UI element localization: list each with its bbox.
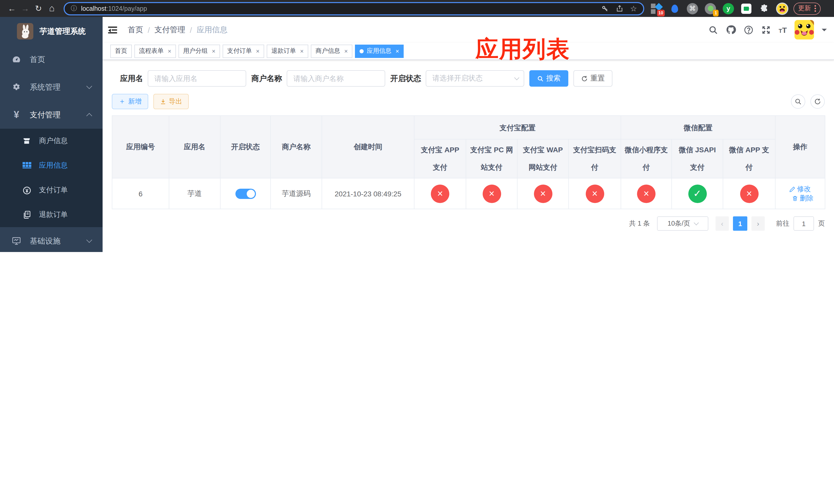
- extension-chat-icon[interactable]: [740, 2, 752, 15]
- fullscreen-icon[interactable]: [761, 25, 771, 35]
- merchant-name-label: 商户名称: [251, 74, 282, 83]
- extension-badge: 10: [657, 10, 665, 16]
- tab-app-info[interactable]: 应用信息×: [355, 44, 404, 58]
- sidebar-item-label: 系统管理: [30, 82, 61, 92]
- status-badge: ×: [482, 184, 501, 203]
- add-button[interactable]: ＋ 新增: [112, 94, 148, 109]
- sidebar-item-label: 退款订单: [39, 210, 68, 220]
- browser-menu-icon[interactable]: [814, 5, 816, 12]
- delete-link[interactable]: 删除: [792, 193, 813, 203]
- chevron-down-icon: [694, 220, 699, 225]
- extensions-puzzle-icon[interactable]: [758, 2, 770, 15]
- status-select[interactable]: 请选择开启状态: [426, 70, 524, 87]
- app-name-input[interactable]: [148, 70, 246, 87]
- search-icon[interactable]: [708, 25, 718, 35]
- tab-pay-order[interactable]: 支付订单×: [223, 44, 264, 58]
- avatar-caret-icon[interactable]: [822, 28, 827, 33]
- status-label: 开启状态: [390, 74, 421, 83]
- prev-page-button[interactable]: ‹: [716, 216, 729, 231]
- extension-y-icon[interactable]: y: [722, 2, 734, 15]
- tab-process-form[interactable]: 流程表单×: [134, 44, 176, 58]
- table-row: 6 芋道 芋道源码 2021-10-23 08:49:25 × × × × ×: [112, 178, 825, 209]
- sidebar-item-pay-order[interactable]: 支付订单: [0, 178, 103, 203]
- profile-avatar-icon[interactable]: [776, 2, 788, 15]
- sidebar-item-label: 商户信息: [39, 136, 68, 145]
- column-header-status: 开启状态: [220, 116, 270, 178]
- reload-icon[interactable]: ↻: [32, 2, 45, 15]
- toggle-search-button[interactable]: [791, 94, 805, 109]
- sidebar-item-payment[interactable]: ¥ 支付管理: [0, 101, 103, 129]
- close-icon[interactable]: ×: [395, 48, 399, 54]
- password-key-icon[interactable]: [601, 5, 609, 12]
- payment-submenu: 商户信息 应用信息 支付订单: [0, 129, 103, 227]
- status-badge: ×: [534, 184, 552, 203]
- tab-refund-order[interactable]: 退款订单×: [267, 44, 308, 58]
- url-text[interactable]: localhost:1024/pay/app: [81, 5, 594, 12]
- extension-sketch-icon[interactable]: 10: [650, 2, 663, 15]
- close-icon[interactable]: ×: [256, 48, 260, 54]
- home-icon[interactable]: ⌂: [45, 2, 59, 15]
- extension-badge: 1: [713, 10, 719, 16]
- app-logo[interactable]: 芋道管理系统: [0, 17, 103, 46]
- sidebar-collapse-icon[interactable]: [103, 24, 122, 35]
- column-header-alipay-wap: 支付宝 WAP 网站支付: [517, 139, 569, 178]
- breadcrumb-payment[interactable]: 支付管理: [154, 25, 185, 35]
- extension-command-icon[interactable]: ⌘: [686, 2, 699, 15]
- breadcrumb-home[interactable]: 首页: [128, 25, 143, 35]
- column-header-created: 创建时间: [322, 116, 414, 178]
- navbar-actions: TT: [708, 20, 834, 40]
- column-header-actions: 操作: [775, 116, 825, 178]
- url-bar[interactable]: ⓘ localhost:1024/pay/app ☆: [64, 2, 644, 15]
- reset-button[interactable]: 重置: [573, 70, 612, 87]
- column-header-alipay-pc: 支付宝 PC 网站支付: [466, 139, 517, 178]
- close-icon[interactable]: ×: [168, 48, 171, 54]
- extension-balloon-icon[interactable]: [668, 2, 681, 15]
- sidebar-item-app-info[interactable]: 应用信息: [0, 153, 103, 178]
- user-avatar[interactable]: [794, 20, 814, 40]
- font-size-icon[interactable]: TT: [778, 25, 787, 34]
- sidebar-item-system[interactable]: 系统管理: [0, 73, 103, 101]
- sidebar-item-merchant-info[interactable]: 商户信息: [0, 129, 103, 153]
- refresh-table-button[interactable]: [810, 94, 825, 109]
- yen-circle-icon: [21, 186, 33, 194]
- chrome-update-button[interactable]: 更新: [793, 2, 821, 15]
- sidebar-item-home[interactable]: 首页: [0, 46, 103, 73]
- close-icon[interactable]: ×: [344, 48, 348, 54]
- goto-page-input[interactable]: [793, 216, 814, 231]
- sidebar-item-refund-order[interactable]: 退款订单: [0, 203, 103, 227]
- chevron-up-icon: [86, 113, 92, 119]
- back-icon[interactable]: ←: [5, 2, 19, 15]
- cell-alipay-pc: ×: [466, 178, 517, 209]
- page-content: 应用名 商户名称 开启状态 请选择开启状态 搜索 重置: [103, 60, 834, 231]
- bookmark-star-icon[interactable]: ☆: [630, 4, 637, 13]
- site-info-icon[interactable]: ⓘ: [71, 4, 77, 13]
- enabled-switch[interactable]: [235, 188, 256, 199]
- next-page-button[interactable]: ›: [751, 216, 765, 231]
- edit-link[interactable]: 修改: [789, 184, 811, 193]
- download-icon: [160, 98, 166, 105]
- tab-user-group[interactable]: 用户分组×: [178, 44, 220, 58]
- export-button[interactable]: 导出: [153, 94, 189, 109]
- close-icon[interactable]: ×: [212, 48, 215, 54]
- sidebar-item-infrastructure[interactable]: 基础设施: [0, 227, 103, 252]
- cell-app-id: 6: [112, 178, 169, 209]
- help-icon[interactable]: [744, 25, 753, 35]
- tab-merchant-info[interactable]: 商户信息×: [311, 44, 352, 58]
- share-icon[interactable]: [616, 5, 623, 12]
- extension-recorder-icon[interactable]: 1: [704, 2, 717, 15]
- merchant-name-input[interactable]: [287, 70, 385, 87]
- cell-alipay-qr: ×: [569, 178, 621, 209]
- column-header-merchant: 商户名称: [270, 116, 322, 178]
- close-icon[interactable]: ×: [300, 48, 304, 54]
- browser-toolbar: ← → ↻ ⌂ ⓘ localhost:1024/pay/app ☆ 10 ⌘: [0, 0, 834, 17]
- search-button[interactable]: 搜索: [529, 70, 568, 87]
- sidebar-item-label: 应用信息: [39, 161, 68, 170]
- column-header-app-id: 应用编号: [112, 116, 169, 178]
- forward-icon[interactable]: →: [19, 2, 32, 15]
- tab-home[interactable]: 首页: [110, 44, 132, 58]
- status-badge: ×: [637, 184, 656, 203]
- github-icon[interactable]: [726, 25, 736, 35]
- page-number-button[interactable]: 1: [733, 216, 747, 231]
- column-header-wechat-app: 微信 APP 支付: [723, 139, 775, 178]
- page-size-select[interactable]: 10条/页: [657, 216, 708, 231]
